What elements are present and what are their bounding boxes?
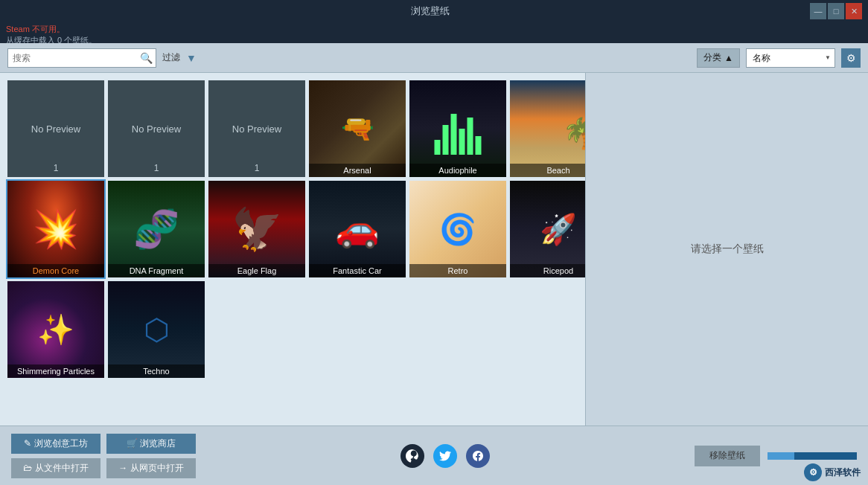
retro-icon: 🌀 (439, 212, 476, 247)
steam-notice-line1: Steam 不可用。 (6, 24, 862, 35)
beach-tree-icon: 🌴 (562, 116, 585, 151)
brand-logo: ⚙ 西泽软件 (804, 463, 861, 481)
right-panel: 请选择一个壁纸 (585, 73, 868, 425)
wallpaper-item-retro[interactable]: 🌀 Retro (409, 181, 506, 277)
facebook-icon[interactable] (466, 444, 490, 468)
wallpaper-label-arsenal: Arsenal (309, 164, 406, 177)
particles-icon: ✨ (37, 312, 74, 347)
wallpaper-item-no3[interactable]: No Preview 1 (208, 80, 305, 177)
open-web-button[interactable]: → 从网页中打开 (106, 458, 196, 478)
title-bar: 浏览壁纸 — □ ✕ (0, 0, 868, 22)
sort-dropdown[interactable]: 名称 创建日期 更新日期 (746, 48, 835, 68)
twitter-icon[interactable] (433, 444, 457, 468)
no-preview-bg: No Preview 1 (208, 80, 305, 177)
content-area: No Preview 1 No Preview 1 No Preview 1 (0, 73, 868, 425)
sort-select-wrapper: 名称 创建日期 更新日期 (746, 48, 835, 68)
no-preview-bg: No Preview 1 (108, 80, 205, 177)
wallpaper-label-dna: DNA Fragment (108, 264, 205, 277)
toolbar: 🔍 过滤 ▼ 分类 ▲ 名称 创建日期 更新日期 ⚙ (0, 43, 868, 73)
search-box[interactable]: 🔍 (7, 48, 156, 68)
brand-name: 西泽软件 (825, 466, 861, 479)
brand-gear-icon: ⚙ (804, 463, 822, 481)
wallpaper-label-ricepod: Ricepod (510, 264, 585, 277)
browse-workshop-button[interactable]: ✎ 浏览创意工坊 (11, 434, 100, 454)
wallpaper-item-no2[interactable]: No Preview 1 (108, 80, 205, 177)
wallpaper-item-eagle[interactable]: 🦅 Eagle Flag (208, 181, 305, 277)
settings-button[interactable]: ⚙ (841, 48, 861, 68)
bottom-row-1: ✎ 浏览创意工坊 🛒 浏览商店 (11, 434, 196, 454)
wallpaper-label-fantasticcar: Fantastic Car (309, 264, 406, 277)
dna-icon: 🧬 (133, 208, 179, 251)
wallpaper-label-eagle: Eagle Flag (208, 264, 305, 277)
wallpaper-label-techno: Techno (108, 364, 205, 378)
minimize-button[interactable]: — (810, 3, 826, 19)
wallpaper-item-audiophile[interactable]: Audiophile (409, 80, 506, 177)
sort-button[interactable]: 分类 ▲ (697, 48, 740, 68)
progress-bar-fill (768, 452, 794, 460)
wallpaper-label-audiophile: Audiophile (409, 164, 506, 177)
sort-up-icon: ▲ (724, 53, 733, 63)
progress-bar (768, 452, 857, 460)
wallpaper-label-shimmering: Shimmering Particles (7, 364, 104, 378)
remove-wallpaper-button[interactable]: 移除壁纸 (695, 446, 760, 466)
bottom-row-2: 🗁 从文件中打开 → 从网页中打开 (11, 458, 196, 478)
wallpaper-grid: No Preview 1 No Preview 1 No Preview 1 (0, 73, 585, 425)
wallpaper-item-shimmering[interactable]: ✨ Shimmering Particles (7, 281, 104, 378)
wallpaper-item-arsenal[interactable]: 🔫 Arsenal (309, 80, 406, 177)
bottom-social-icons (203, 444, 687, 468)
search-button[interactable]: 🔍 (136, 48, 156, 68)
audio-bars (435, 110, 482, 155)
wallpaper-item-no1[interactable]: No Preview 1 (7, 80, 104, 177)
select-hint: 请选择一个壁纸 (691, 242, 764, 256)
wallpaper-item-ricepod[interactable]: 🚀 Ricepod (510, 181, 585, 277)
steam-icon[interactable] (401, 444, 424, 468)
wallpaper-item-techno[interactable]: ⬡ Techno (108, 281, 205, 378)
filter-icon[interactable]: ▼ (186, 52, 197, 64)
wallpaper-label-demoncore: Demon Core (7, 264, 104, 277)
eagle-icon: 🦅 (232, 205, 283, 254)
wallpaper-item-demoncore[interactable]: 💥 Demon Core (7, 181, 104, 277)
bottom-left-buttons: ✎ 浏览创意工坊 🛒 浏览商店 🗁 从文件中打开 → 从网页中打开 (11, 434, 196, 478)
bottom-bar: ✎ 浏览创意工坊 🛒 浏览商店 🗁 从文件中打开 → 从网页中打开 (0, 425, 868, 485)
wallpaper-label-beach: Beach (510, 164, 585, 177)
main-container: 🔍 过滤 ▼ 分类 ▲ 名称 创建日期 更新日期 ⚙ (0, 43, 868, 485)
filter-label: 过滤 (162, 51, 180, 64)
spaceship-icon: 🚀 (540, 212, 577, 247)
explosion-icon: 💥 (33, 208, 79, 251)
browse-shop-button[interactable]: 🛒 浏览商店 (106, 434, 196, 454)
wallpaper-label-retro: Retro (409, 264, 506, 277)
window-title: 浏览壁纸 (51, 4, 810, 18)
wallpaper-item-fantasticcar[interactable]: 🚗 Fantastic Car (309, 181, 406, 277)
wallpaper-item-beach[interactable]: 🌴 Beach (510, 80, 585, 177)
wallpaper-item-dna[interactable]: 🧬 DNA Fragment (108, 181, 205, 277)
open-file-button[interactable]: 🗁 从文件中打开 (11, 458, 100, 478)
window-controls: — □ ✕ (810, 3, 862, 19)
techno-icon: ⬡ (144, 312, 170, 347)
gear-icon: ⚙ (846, 52, 856, 64)
toolbar-right: 分类 ▲ 名称 创建日期 更新日期 ⚙ (697, 48, 861, 68)
close-button[interactable]: ✕ (846, 3, 862, 19)
maximize-button[interactable]: □ (828, 3, 844, 19)
arsenal-icon: 🔫 (341, 113, 374, 144)
search-input[interactable] (8, 53, 136, 63)
car-icon: 🚗 (335, 208, 380, 250)
no-preview-bg: No Preview 1 (7, 80, 104, 177)
steam-notice: Steam 不可用。 从缓存中载入 0 个壁纸。 (0, 22, 868, 43)
